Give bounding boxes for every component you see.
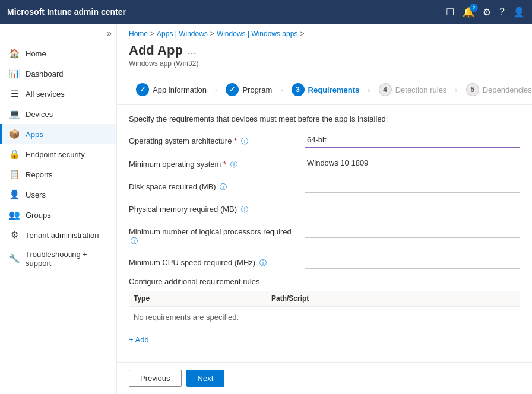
main-content: Home > Apps | Windows > Windows | Window… xyxy=(117,24,532,394)
info-icon[interactable]: ⓘ xyxy=(241,205,248,214)
sidebar-label-troubleshooting: Troubleshooting + support xyxy=(26,250,109,268)
sidebar-icon-all-services: ☰ xyxy=(9,88,20,99)
sidebar-item-endpoint-security[interactable]: 🔒 Endpoint security xyxy=(0,144,116,164)
col-type: Type xyxy=(129,291,267,307)
no-data-message: No requirements are specified. xyxy=(129,307,520,328)
notification-icon[interactable]: 🔔 2 xyxy=(463,7,474,18)
sidebar-label-all-services: All services xyxy=(26,90,65,99)
sidebar-icon-dashboard: 📊 xyxy=(9,68,20,79)
sidebar-icon-reports: 📋 xyxy=(9,169,20,180)
step-circle-3: 3 xyxy=(292,83,305,96)
form-description: Specify the requirements that devices mu… xyxy=(129,115,520,123)
step-circle-5: 5 xyxy=(466,83,479,96)
notification-badge: 2 xyxy=(470,4,478,12)
step-label-2: Program xyxy=(242,85,272,94)
step-sep-2: › xyxy=(279,85,284,94)
sidebar-item-tenant-administration[interactable]: ⚙ Tenant administration xyxy=(0,225,116,245)
breadcrumb-sep-1: > xyxy=(150,30,154,38)
form-row-cpu-speed: Minimum CPU speed required (MHz) ⓘ xyxy=(129,255,520,269)
label-os-arch: Operating system architecture * ⓘ xyxy=(129,133,295,147)
wizard-steps: ✓ App information › ✓ Program › 3 Requir… xyxy=(117,75,532,105)
add-requirement-link[interactable]: + Add xyxy=(129,335,149,344)
input-logical-processors[interactable] xyxy=(305,224,520,238)
page-menu-button[interactable]: ... xyxy=(188,45,197,57)
step-circle-2: ✓ xyxy=(226,83,239,96)
topbar: Microsoft Intune admin center ☐ 🔔 2 ⚙ ? … xyxy=(0,0,532,24)
additional-requirements-section: Configure additional requirement rules T… xyxy=(129,277,520,344)
step-circle-1: ✓ xyxy=(136,83,149,96)
form-row-logical-processors: Minimum number of logical processors req… xyxy=(129,224,520,246)
feedback-icon[interactable]: ☐ xyxy=(446,7,454,18)
settings-icon[interactable]: ⚙ xyxy=(483,7,491,18)
info-icon[interactable]: ⓘ xyxy=(131,237,138,245)
col-path: Path/Script xyxy=(267,291,520,307)
wizard-step-4: 4 Detection rules xyxy=(372,80,454,100)
sidebar-icon-users: 👤 xyxy=(9,189,20,200)
sidebar-item-devices[interactable]: 💻 Devices xyxy=(0,104,116,124)
help-icon[interactable]: ? xyxy=(499,7,505,17)
input-disk-space[interactable] xyxy=(305,179,520,193)
sidebar-item-troubleshooting[interactable]: 🔧 Troubleshooting + support xyxy=(0,245,116,272)
breadcrumb-apps-windows[interactable]: Apps | Windows xyxy=(157,30,208,38)
sidebar-label-home: Home xyxy=(26,49,46,58)
next-button[interactable]: Next xyxy=(186,370,225,387)
sidebar-icon-apps: 📦 xyxy=(9,129,20,139)
info-icon[interactable]: ⓘ xyxy=(259,259,267,267)
label-disk-space: Disk space required (MB) ⓘ xyxy=(129,179,295,192)
input-min-os[interactable] xyxy=(305,156,520,170)
form-fields: Operating system architecture * ⓘMinimum… xyxy=(129,133,520,269)
input-os-arch[interactable] xyxy=(305,133,520,148)
sidebar-icon-home: 🏠 xyxy=(9,48,20,59)
step-sep-4: › xyxy=(454,85,458,94)
input-cpu-speed[interactable] xyxy=(305,255,520,269)
form-row-min-os: Minimum operating system * ⓘ xyxy=(129,156,520,170)
info-icon[interactable]: ⓘ xyxy=(220,183,227,191)
form-row-physical-memory: Physical memory required (MB) ⓘ xyxy=(129,201,520,215)
sidebar-icon-troubleshooting: 🔧 xyxy=(9,253,20,264)
info-icon[interactable]: ⓘ xyxy=(230,160,238,169)
step-sep-3: › xyxy=(366,85,371,94)
wizard-step-2[interactable]: ✓ Program xyxy=(218,80,279,100)
sidebar-item-reports[interactable]: 📋 Reports xyxy=(0,164,116,185)
sidebar-collapse-button[interactable]: » xyxy=(107,28,112,38)
sidebar-item-apps[interactable]: 📦 Apps xyxy=(0,124,116,144)
breadcrumb-windows-apps[interactable]: Windows | Windows apps xyxy=(217,30,298,38)
page-subtitle: Windows app (Win32) xyxy=(129,59,520,68)
sidebar-label-endpoint-security: Endpoint security xyxy=(26,150,85,159)
step-label-3: Requirements xyxy=(308,85,360,94)
sidebar: » 🏠 Home 📊 Dashboard ☰ All services 💻 De… xyxy=(0,24,117,394)
label-cpu-speed: Minimum CPU speed required (MHz) ⓘ xyxy=(129,255,295,268)
breadcrumb-home[interactable]: Home xyxy=(129,30,148,38)
sidebar-item-groups[interactable]: 👥 Groups xyxy=(0,205,116,225)
sidebar-item-users[interactable]: 👤 Users xyxy=(0,185,116,205)
footer: Previous Next xyxy=(117,362,532,394)
label-physical-memory: Physical memory required (MB) ⓘ xyxy=(129,201,295,215)
step-label-4: Detection rules xyxy=(395,85,447,94)
breadcrumb-sep-2: > xyxy=(210,30,214,38)
form-area: Specify the requirements that devices mu… xyxy=(117,105,532,362)
sidebar-item-home[interactable]: 🏠 Home xyxy=(0,43,116,63)
label-min-os: Minimum operating system * ⓘ xyxy=(129,156,295,170)
sidebar-label-users: Users xyxy=(26,190,46,199)
previous-button[interactable]: Previous xyxy=(129,370,182,387)
profile-icon[interactable]: 👤 xyxy=(513,7,525,18)
form-row-os-arch: Operating system architecture * ⓘ xyxy=(129,133,520,148)
required-marker: * xyxy=(223,160,226,169)
table-row-empty: No requirements are specified. xyxy=(129,307,520,328)
input-physical-memory[interactable] xyxy=(305,201,520,215)
sidebar-item-dashboard[interactable]: 📊 Dashboard xyxy=(0,63,116,84)
label-logical-processors: Minimum number of logical processors req… xyxy=(129,224,295,246)
sidebar-icon-groups: 👥 xyxy=(9,209,20,220)
sidebar-item-all-services[interactable]: ☰ All services xyxy=(0,84,116,104)
sidebar-label-reports: Reports xyxy=(26,170,53,179)
breadcrumb: Home > Apps | Windows > Windows | Window… xyxy=(117,24,532,40)
sidebar-nav: 🏠 Home 📊 Dashboard ☰ All services 💻 Devi… xyxy=(0,43,116,272)
sidebar-label-apps: Apps xyxy=(26,130,43,139)
wizard-step-3[interactable]: 3 Requirements xyxy=(284,80,367,100)
info-icon[interactable]: ⓘ xyxy=(241,137,248,145)
topbar-actions: ☐ 🔔 2 ⚙ ? 👤 xyxy=(446,7,525,18)
page-header: Add App ... Windows app (Win32) xyxy=(117,40,532,75)
sidebar-label-dashboard: Dashboard xyxy=(26,69,64,78)
wizard-step-1[interactable]: ✓ App information xyxy=(129,80,214,100)
step-label-5: Dependencies xyxy=(483,85,532,94)
